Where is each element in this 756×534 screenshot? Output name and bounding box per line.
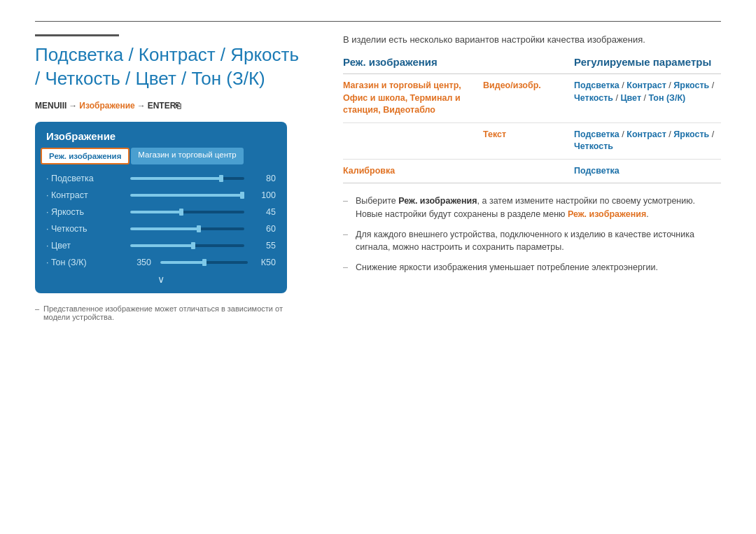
label-tsvet: Цвет	[46, 241, 123, 251]
value-yarkost: 45	[251, 207, 276, 217]
table-row: Текст Подсветка / Контраст / Яркость / Ч…	[343, 123, 721, 160]
value-chetkost: 60	[251, 224, 276, 234]
cell-mode-text-1: Магазин и торговый центр, Офис и школа, …	[343, 80, 461, 115]
breadcrumb-arrow2: →	[137, 101, 146, 111]
cell-params-1: Подсветка / Контраст / Яркость / Четкост…	[574, 80, 721, 104]
top-divider	[35, 21, 721, 22]
slider-podsvetka[interactable]	[130, 177, 244, 180]
tab-reg-izobrazheniya[interactable]: Реж. изображения	[41, 148, 130, 164]
note-1: Выберите Реж. изображения, а затем измен…	[343, 195, 721, 221]
menu-item-ton: Тон (З/К) 350 К50	[35, 254, 287, 271]
menu-item-chetkost: Четкость 60	[35, 220, 287, 237]
table-row: Калибровка Подсветка	[343, 160, 721, 183]
cell-params-3: Подсветка	[574, 165, 721, 178]
cell-params-text-3: Подсветка	[574, 166, 620, 176]
menu-item-yarkost: Яркость 45	[35, 204, 287, 220]
notes-section: Выберите Реж. изображения, а затем измен…	[343, 195, 721, 274]
cell-vid-1: Видео/изобр.	[483, 80, 574, 90]
breadcrumb-link[interactable]: Изображение	[79, 101, 134, 111]
label-podsvetka: Подсветка	[46, 174, 123, 183]
table-header: Реж. изображения Регулируемые параметры	[343, 56, 721, 74]
image-menu-box: Изображение Реж. изображения Магазин и т…	[35, 122, 287, 293]
slider-chetkost[interactable]	[130, 227, 244, 230]
col-header-mode: Реж. изображения	[343, 56, 483, 68]
intro-text: В изделии есть несколько вариантов настр…	[343, 34, 721, 45]
ton-value2: К50	[251, 258, 276, 267]
breadcrumb-menu: MENUIII	[35, 101, 66, 111]
value-podsvetka: 80	[251, 174, 276, 183]
cell-mode-text-3: Калибровка	[343, 166, 395, 176]
label-yarkost: Яркость	[46, 207, 123, 217]
col-header-vid	[483, 56, 574, 68]
col-header-params: Регулируемые параметры	[574, 56, 721, 68]
tab-magazin[interactable]: Магазин и торговый центр	[131, 148, 243, 164]
note-2: Для каждого внешнего устройства, подключ…	[343, 228, 721, 255]
menu-item-kontrast: Контраст 100	[35, 187, 287, 204]
title-accent-line	[35, 34, 119, 36]
slider-tsvet[interactable]	[130, 244, 244, 247]
cell-vid-2: Текст	[483, 129, 574, 139]
cell-params-text-1: Подсветка / Контраст / Яркость / Четкост…	[574, 80, 714, 103]
label-ton: Тон (З/К)	[46, 258, 123, 267]
breadcrumb: MENUIII → Изображение → ENTER⎗	[35, 101, 308, 111]
slider-kontrast[interactable]	[130, 194, 244, 197]
cell-params-text-2: Подсветка / Контраст / Яркость / Четкост…	[574, 129, 714, 152]
slider-yarkost[interactable]	[130, 211, 244, 213]
image-menu-title: Изображение	[35, 130, 287, 148]
value-tsvet: 55	[251, 241, 276, 251]
menu-tabs: Реж. изображения Магазин и торговый цент…	[41, 148, 281, 164]
table-body: Магазин и торговый центр, Офис и школа, …	[343, 74, 721, 183]
ton-value1: 350	[123, 258, 151, 267]
note-3: Снижение яркости изображения уменьшает п…	[343, 261, 721, 274]
cell-vid-text-1: Видео/изобр.	[483, 80, 541, 90]
cell-params-2: Подсветка / Контраст / Яркость / Четкост…	[574, 129, 721, 153]
label-kontrast: Контраст	[46, 190, 123, 200]
breadcrumb-arrow1: →	[69, 101, 77, 111]
page-title: Подсветка / Контраст / Яркость / Четкост…	[35, 43, 308, 91]
left-panel: Подсветка / Контраст / Яркость / Четкост…	[35, 34, 308, 321]
cell-mode-1: Магазин и торговый центр, Офис и школа, …	[343, 80, 483, 117]
breadcrumb-enter: ENTER⎗	[148, 101, 181, 111]
slider-ton[interactable]	[160, 261, 248, 264]
label-chetkost: Четкость	[46, 224, 123, 234]
cell-mode-3: Калибровка	[343, 165, 483, 178]
menu-item-podsvetka: Подсветка 80	[35, 170, 287, 187]
value-kontrast: 100	[251, 190, 276, 200]
chevron-down-icon[interactable]: ∨	[35, 274, 287, 286]
cell-vid-text-2: Текст	[483, 129, 506, 139]
right-panel: В изделии есть несколько вариантов настр…	[329, 34, 721, 321]
footnote: Представленное изображение может отличат…	[35, 304, 308, 321]
table-row: Магазин и торговый центр, Офис и школа, …	[343, 74, 721, 123]
menu-item-tsvet: Цвет 55	[35, 237, 287, 254]
